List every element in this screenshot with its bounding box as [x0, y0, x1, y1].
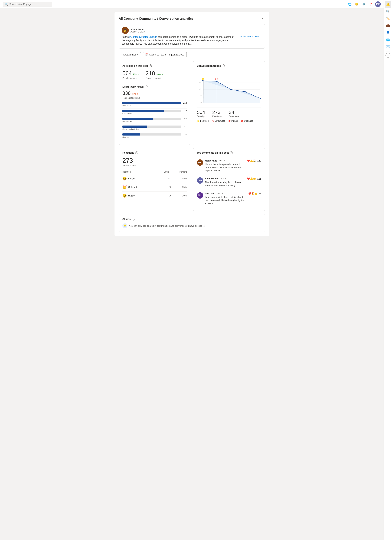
help-nav-icon[interactable]: ❓ — [368, 1, 374, 7]
table-row: 🥳 Celebrate 96 35% — [122, 183, 187, 191]
top-nav: 🔍 🌐 😊 ⚙️ ❓ MK — [0, 0, 384, 8]
people-reached-stat: 564 20% ▲ People reached — [122, 70, 140, 79]
shares-card: Shares i 💡 You can only see shares in co… — [119, 214, 265, 232]
shares-card-title: Shares i — [122, 218, 261, 220]
trends-info-icon[interactable]: i — [222, 65, 225, 67]
funnel-row: 58 Bookmarks — [122, 117, 187, 122]
top-comments-title: Top comments on this post i — [197, 151, 261, 154]
reactions-card-title: Reactions i — [122, 151, 187, 154]
top-comments-card: Top comments on this post i MK Mona Kane… — [193, 148, 265, 211]
post-author-name: Mona Kane — [131, 28, 145, 30]
period-filter-button[interactable]: ≡ Last 28 days ▾ — [119, 52, 141, 57]
analytics-panel: All Company Community / Conversation ana… — [115, 12, 269, 236]
funnel-info-icon[interactable]: i — [145, 85, 147, 88]
svg-point-13 — [244, 91, 246, 92]
comment-row: WL Will Little Jun 19 I really appreciat… — [197, 190, 261, 208]
activities-card: Activities on this post i 564 20% ▲ — [119, 61, 190, 145]
trend-chart-svg: 0 50 100 150 — [197, 70, 261, 104]
post-content: As the #ContosoCreatesChange campaign co… — [122, 35, 237, 46]
funnel-row: 34 Shares — [122, 133, 187, 138]
trend-legend: ⭐ Featured 🚫 Unfeatured 📌 Pinned ❌ — [197, 120, 261, 122]
trends-card-title: Conversation trends i — [197, 65, 261, 67]
people-engaged-stat: 218 +6% ▲ People engaged — [146, 70, 163, 79]
activities-stats-row: 564 20% ▲ People reached 218 — [122, 70, 187, 79]
svg-point-10 — [202, 80, 204, 81]
sidebar-divider — [386, 51, 390, 51]
right-sidebar: 🔔 🔍 🏷️ 💼 👤 🌐 📧 + — [384, 0, 392, 540]
settings-nav-icon[interactable]: ⚙️ — [361, 1, 367, 7]
activities-card-title: Activities on this post i — [122, 65, 187, 67]
comment-avatar: MK — [197, 159, 203, 166]
search-icon[interactable]: 🔍 — [385, 8, 391, 15]
main-wrapper: 🔍 🌐 😊 ⚙️ ❓ MK All Company Community / Co… — [0, 0, 384, 540]
svg-text:⭐: ⭐ — [202, 77, 205, 80]
svg-text:0: 0 — [201, 101, 201, 103]
post-author-avatar: 🧑 — [122, 27, 129, 34]
post-date: August 1, 2023 — [131, 30, 145, 33]
add-button[interactable]: + — [386, 53, 390, 58]
svg-point-12 — [230, 89, 232, 90]
comments-trend-stat: 34 Comments — [229, 110, 242, 118]
activities-info-icon[interactable]: i — [149, 65, 152, 67]
post-preview: 🧑 Mona Kane August 1, 2023 As the #Conto… — [119, 24, 265, 49]
pinned-legend: 📌 Pinned — [228, 120, 238, 122]
nav-icons: 🌐 😊 ⚙️ ❓ MK — [347, 1, 381, 7]
close-button[interactable]: × — [260, 16, 265, 21]
panel-title: All Company Community / Conversation ana… — [119, 17, 194, 20]
comment-row: AM Allan Munger Jun 19 Thank you for sha… — [197, 175, 261, 190]
funnel-row: 79 Comments — [122, 110, 187, 115]
date-range-button[interactable]: 📅 August 01, 2023 - August 28, 2023 — [143, 52, 186, 57]
table-row: 😊 Happy 26 10% — [122, 191, 187, 200]
svg-text:🚫: 🚫 — [215, 78, 218, 80]
search-input[interactable] — [9, 3, 50, 6]
search-icon: 🔍 — [5, 3, 8, 6]
seen-by-stat: 564 Seen by — [197, 110, 209, 118]
reactions-tbody: 😆 Laugh 151 55% 🥳 Celebrate 96 35% — [122, 174, 187, 200]
funnel-title: Engagement funnel i — [122, 85, 187, 88]
post-content-row: As the #ContosoCreatesChange campaign co… — [122, 35, 262, 46]
table-row: 😆 Laugh 151 55% — [122, 174, 187, 183]
reaction-col-header: Reaction — [122, 170, 155, 174]
svg-point-14 — [260, 98, 261, 99]
unfeatured-legend: 🚫 Unfeatured — [211, 120, 225, 122]
svg-text:50: 50 — [200, 95, 201, 97]
svg-text:150: 150 — [199, 81, 201, 83]
funnel-row: 112 Reactions — [122, 102, 187, 107]
top-comments-info-icon[interactable]: i — [230, 151, 233, 154]
trend-stats-row: 564 Seen by 273 Reactions 34 Comments — [197, 107, 261, 118]
people-icon[interactable]: 👤 — [385, 30, 391, 36]
trend-chart-area: 0 50 100 150 — [197, 70, 261, 105]
content-area: All Company Community / Conversation ana… — [0, 8, 384, 540]
shares-note-icon: 💡 — [122, 223, 127, 228]
tags-icon[interactable]: 🏷️ — [385, 15, 391, 22]
reactions-table: Reaction Count ↓ Percent 😆 Laugh 1 — [122, 170, 187, 200]
svg-text:100: 100 — [199, 88, 201, 90]
emoji-nav-icon[interactable]: 😊 — [354, 1, 360, 7]
date-filter-row: ≡ Last 28 days ▾ 📅 August 01, 2023 - Aug… — [119, 52, 265, 57]
count-col-header[interactable]: Count ↓ — [155, 170, 171, 174]
bottom-analytics-grid: Reactions i 273 Total reactions Reaction… — [119, 148, 265, 211]
shares-info-icon[interactable]: i — [132, 218, 135, 220]
hashtag[interactable]: #ContosoCreatesChange — [130, 35, 157, 38]
comment-row: MK Mona Kane Jun 19 Here is the action p… — [197, 157, 261, 175]
search-bar[interactable]: 🔍 — [3, 2, 52, 7]
trends-card: Conversation trends i 0 50 100 150 — [193, 61, 265, 145]
globe-icon[interactable]: 🌐 — [385, 36, 391, 43]
globe-nav-icon[interactable]: 🌐 — [347, 1, 353, 7]
funnel-bars: 112 Reactions 79 Comments — [122, 102, 187, 140]
view-conversation-button[interactable]: View Conversation → — [240, 35, 262, 38]
briefcase-icon[interactable]: 💼 — [385, 22, 391, 29]
featured-legend: ⭐ Featured — [197, 120, 209, 122]
analytics-grid: Activities on this post i 564 20% ▲ — [119, 61, 265, 145]
mail-icon[interactable]: 📧 — [385, 44, 391, 50]
shares-note: 💡 You can only see shares in communities… — [122, 223, 261, 228]
comments-list: MK Mona Kane Jun 19 Here is the action p… — [197, 157, 261, 208]
comment-avatar: WL — [197, 192, 203, 199]
notifications-icon[interactable]: 🔔 — [385, 1, 391, 8]
user-avatar[interactable]: MK — [375, 1, 381, 7]
reactions-info-icon[interactable]: i — [135, 151, 138, 154]
panel-header: All Company Community / Conversation ana… — [119, 16, 265, 21]
funnel-row: 47 Conversation follows — [122, 125, 187, 130]
post-author-row: 🧑 Mona Kane August 1, 2023 — [122, 27, 262, 34]
reactions-trend-stat: 273 Reactions — [212, 110, 225, 118]
